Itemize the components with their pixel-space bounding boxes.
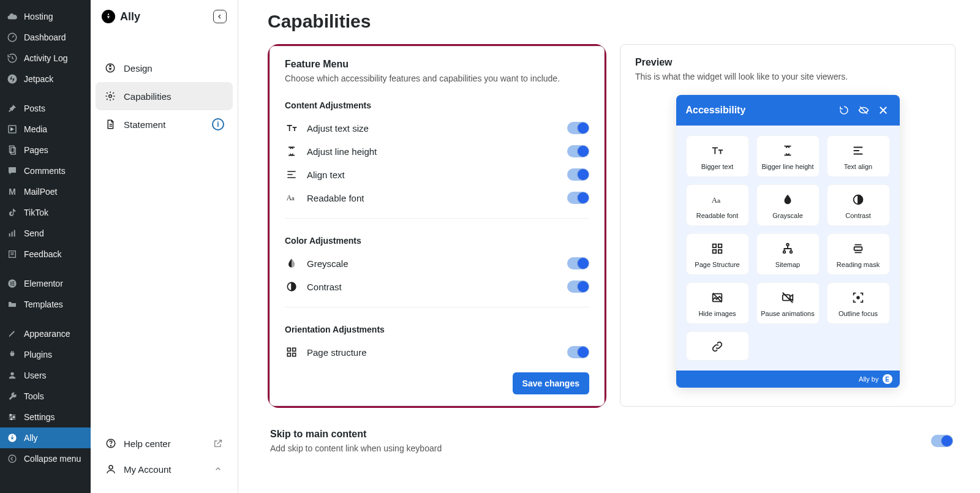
sidebar-item-activity-log[interactable]: Activity Log — [0, 48, 91, 69]
svg-rect-6 — [12, 231, 13, 236]
sidebar-item-elementor[interactable]: Elementor — [0, 273, 91, 294]
tile-readable[interactable]: AaReadable font — [686, 184, 749, 226]
toggle-line-height[interactable] — [567, 145, 589, 157]
tile-label: Outline focus — [839, 310, 878, 317]
account-icon — [105, 464, 116, 475]
sidebar-item-tiktok[interactable]: TikTok — [0, 202, 91, 223]
contrast-icon — [851, 192, 865, 207]
media-icon — [6, 123, 18, 135]
sidebar-item-users[interactable]: Users — [0, 365, 91, 386]
sidebar-item-posts[interactable]: Posts — [0, 98, 91, 119]
sidebar-item-settings[interactable]: Settings — [0, 407, 91, 427]
eye-off-icon[interactable] — [857, 103, 870, 117]
form-icon — [6, 248, 18, 260]
group-content-adjustments: Content Adjustments — [285, 100, 589, 110]
tile-grayscale[interactable]: Grayscale — [756, 184, 820, 226]
sidebar-item-media[interactable]: Media — [0, 119, 91, 140]
tile-pause-animations[interactable]: Pause animations — [756, 282, 820, 324]
group-orientation-adjustments: Orientation Adjustments — [285, 325, 589, 334]
jetpack-icon — [6, 73, 18, 85]
svg-text:a: a — [717, 198, 721, 204]
svg-point-48 — [857, 296, 859, 299]
info-icon[interactable]: i — [212, 118, 224, 130]
toggle-contrast[interactable] — [567, 280, 589, 293]
tile-page-structure[interactable]: Page Structure — [686, 233, 749, 275]
feature-label: Contrast — [307, 282, 342, 292]
tile-reading-mask[interactable]: Reading mask — [827, 233, 890, 275]
sidebar-label: MailPoet — [24, 187, 57, 197]
brush-icon — [6, 328, 18, 340]
nav-label: Statement — [124, 119, 165, 130]
my-account-link[interactable]: My Account — [99, 456, 229, 482]
tile-hide-images[interactable]: Hide images — [686, 282, 749, 324]
sidebar-item-comments[interactable]: Comments — [0, 160, 91, 181]
skip-title: Skip to main content — [270, 429, 442, 440]
tile-sitemap[interactable]: Sitemap — [756, 233, 820, 275]
sidebar-label: Users — [24, 371, 47, 380]
readable-font-icon: Aa — [710, 192, 725, 207]
tile-contrast[interactable]: Contrast — [827, 184, 890, 226]
sidebar-item-jetpack[interactable]: Jetpack — [0, 69, 91, 89]
sidebar-label: Jetpack — [24, 74, 53, 84]
sidebar-item-pages[interactable]: Pages — [0, 140, 91, 160]
tile-bigger-line[interactable]: Bigger line height — [756, 135, 820, 177]
svg-rect-39 — [718, 244, 722, 248]
sidebar-label: Elementor — [24, 279, 63, 288]
svg-rect-12 — [12, 283, 14, 284]
video-off-icon — [780, 290, 795, 305]
nav-design[interactable]: Design — [96, 54, 233, 82]
svg-rect-5 — [9, 233, 10, 236]
collapse-panel-button[interactable] — [213, 10, 227, 23]
tile-label: Bigger line height — [761, 163, 813, 170]
toggle-align[interactable] — [567, 168, 589, 181]
tile-bigger-text[interactable]: Bigger text — [686, 135, 749, 177]
toggle-readable[interactable] — [567, 192, 589, 204]
svg-rect-13 — [12, 285, 14, 285]
nav-statement[interactable]: Statementi — [96, 110, 233, 138]
tile-label: Contrast — [845, 212, 871, 219]
sidebar-label: Feedback — [24, 249, 61, 259]
page-title: Capabilities — [268, 11, 956, 32]
history-icon — [6, 52, 18, 64]
ally-nav: Design Capabilities Statementi — [96, 54, 233, 138]
sidebar-label: Hosting — [24, 12, 53, 21]
sidebar-item-send[interactable]: Send — [0, 223, 91, 244]
sidebar-label: Posts — [24, 103, 45, 113]
sidebar-item-ally[interactable]: Ally — [0, 427, 91, 448]
sidebar-item-tools[interactable]: Tools — [0, 386, 91, 407]
sidebar-label: Comments — [24, 166, 66, 176]
nav-capabilities[interactable]: Capabilities — [96, 82, 233, 110]
sidebar-item-feedback[interactable]: Feedback — [0, 244, 91, 265]
toggle-skip-content[interactable] — [931, 435, 953, 447]
feature-menu-desc: Choose which accessibility features and … — [285, 73, 589, 83]
feature-label: Adjust line height — [307, 146, 377, 157]
close-icon[interactable] — [876, 103, 890, 117]
mask-icon — [851, 241, 865, 256]
sidebar-item-plugins[interactable]: Plugins — [0, 344, 91, 365]
sidebar-item-hosting[interactable]: Hosting — [0, 6, 91, 27]
save-button[interactable]: Save changes — [513, 372, 589, 394]
tile-more[interactable] — [686, 331, 749, 361]
svg-rect-34 — [293, 353, 296, 356]
help-center-link[interactable]: Help center — [99, 431, 229, 456]
toggle-structure[interactable] — [567, 346, 589, 358]
tile-text-align[interactable]: Text align — [827, 135, 890, 177]
sidebar-label: TikTok — [24, 208, 48, 217]
group-color-adjustments: Color Adjustments — [285, 236, 589, 246]
toggle-text-size[interactable] — [567, 122, 589, 134]
gear-icon — [104, 90, 116, 102]
sidebar-item-dashboard[interactable]: Dashboard — [0, 27, 91, 48]
sidebar-item-collapse[interactable]: Collapse menu — [0, 448, 91, 469]
reset-icon[interactable] — [837, 103, 851, 117]
tile-outline-focus[interactable]: Outline focus — [827, 282, 890, 324]
nav-label: Capabilities — [124, 91, 172, 102]
sidebar-item-appearance[interactable]: Appearance — [0, 323, 91, 344]
svg-text:a: a — [292, 195, 295, 201]
sidebar-item-templates[interactable]: Templates — [0, 294, 91, 315]
sitemap-icon — [780, 241, 795, 256]
sidebar-label: Activity Log — [24, 53, 68, 63]
line-height-icon — [780, 143, 795, 158]
tile-label: Sitemap — [775, 261, 800, 268]
toggle-greyscale[interactable] — [567, 257, 589, 269]
sidebar-item-mailpoet[interactable]: MMailPoet — [0, 181, 91, 202]
